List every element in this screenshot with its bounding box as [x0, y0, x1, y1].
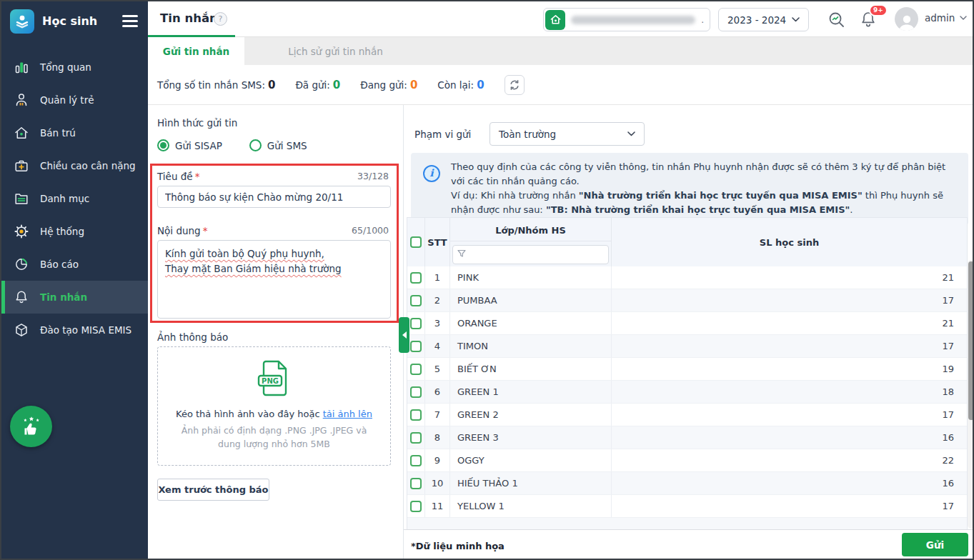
house-icon [13, 124, 30, 141]
row-student-count: 22 [612, 449, 967, 471]
png-file-icon: PNG [158, 359, 390, 401]
radio-gui-sms[interactable]: Gửi SMS [249, 139, 307, 151]
sidebar-item-chieu-cao-can-nang[interactable]: Chiều cao cân nặng [1, 149, 148, 182]
bar-chart-icon [13, 59, 30, 76]
scope-value: Toàn trường [499, 129, 556, 140]
recipients-panel: Phạm vi gửi Toàn trường Theo quy định củ… [404, 105, 974, 560]
scrollbar-thumb[interactable] [968, 261, 974, 420]
class-filter [450, 241, 611, 264]
content-label: Nội dung* [157, 225, 207, 236]
row-checkbox[interactable] [410, 501, 422, 512]
table-row[interactable]: 2 PUMBAA 17 [407, 289, 967, 312]
row-class-name: GREEN 1 [450, 381, 612, 403]
row-checkbox[interactable] [410, 272, 422, 284]
dropzone-text: Kéo thả hình ảnh vào đây hoặc tải ảnh lê… [158, 409, 390, 419]
row-checkbox[interactable] [410, 478, 422, 489]
sidebar-item-label: Tổng quan [40, 61, 91, 73]
help-icon[interactable]: ? [214, 12, 227, 26]
sidebar-nav: Tổng quan Quản lý trẻ Bán trú Chiều cao … [1, 51, 148, 346]
row-stt: 8 [425, 426, 450, 449]
stat-sending: Đang gửi:0 [360, 79, 417, 91]
row-checkbox[interactable] [410, 341, 422, 352]
scope-select[interactable]: Toàn trường [490, 122, 645, 146]
table-row[interactable]: 3 ORANGE 21 [407, 312, 967, 335]
table-row[interactable]: 4 TIMON 17 [407, 335, 967, 358]
row-checkbox[interactable] [410, 295, 422, 306]
row-class-name: OGGY [450, 449, 612, 471]
sidebar-item-label: Tin nhắn [40, 291, 87, 303]
row-stt: 4 [425, 335, 450, 357]
sidebar-item-label: Danh mục [40, 193, 89, 204]
row-class-name: YELLOW 1 [450, 495, 612, 517]
select-all-checkbox[interactable] [410, 236, 422, 248]
tab-lich-su-gui-tin-nhan[interactable]: Lịch sử gửi tin nhắn [244, 37, 427, 65]
table-row[interactable]: 7 GREEN 2 17 [407, 404, 967, 426]
table-row[interactable]: 10 HIẾU THẢO 1 16 [407, 472, 967, 495]
row-student-count: 21 [612, 266, 967, 289]
sidebar-item-quan-ly-tre[interactable]: Quản lý trẻ [1, 84, 148, 116]
row-class-name: HIẾU THẢO 1 [450, 472, 612, 494]
row-class-name: GREEN 2 [450, 404, 612, 426]
row-student-count: 21 [612, 312, 967, 334]
column-class: Lớp/Nhóm HS [450, 218, 612, 266]
school-selector[interactable]: . [543, 8, 710, 31]
radio-gui-sisap[interactable]: Gửi SISAP [157, 139, 222, 151]
notifications-bell-icon[interactable]: 9+ [859, 10, 878, 31]
table-row[interactable]: 11 YELLOW 1 17 [407, 495, 967, 518]
table-row[interactable]: 5 BIẾT ƠN 19 [407, 358, 967, 381]
sms-stats-row: Tổng số tin nhắn SMS:0 Đã gửi:0 Đang gửi… [148, 65, 974, 105]
image-label: Ảnh thông báo [157, 331, 228, 343]
row-stt: 3 [425, 312, 450, 334]
table-row[interactable]: 6 GREEN 1 18 [407, 381, 967, 404]
cube-icon [13, 321, 30, 339]
table-row[interactable]: 8 GREEN 3 16 [407, 426, 967, 449]
sidebar-item-ban-tru[interactable]: Bán trú [1, 116, 148, 149]
sidebar-item-he-thong[interactable]: Hệ thống [1, 215, 148, 248]
table-row[interactable]: 1 PINK 21 [407, 266, 967, 289]
row-stt: 10 [425, 472, 450, 494]
stat-sent: Đã gửi:0 [295, 79, 340, 91]
preview-button[interactable]: Xem trước thông báo [157, 479, 269, 501]
image-dropzone[interactable]: PNG Kéo thả hình ảnh vào đây hoặc tải ản… [157, 346, 391, 466]
school-name-redacted [571, 16, 695, 24]
sidebar-item-tin-nhan[interactable]: Tin nhắn [1, 281, 148, 314]
user-menu[interactable]: admin [925, 12, 967, 24]
radio-selected-icon [157, 139, 169, 151]
tab-gui-tin-nhan[interactable]: Gửi tin nhắn [148, 37, 244, 65]
sidebar-item-dao-tao-misa-emis[interactable]: Đào tạo MISA EMIS [1, 314, 148, 346]
feedback-button[interactable] [10, 406, 52, 447]
row-checkbox[interactable] [410, 386, 422, 398]
row-checkbox[interactable] [410, 318, 422, 329]
search-insights-icon[interactable] [827, 10, 847, 33]
row-stt: 6 [425, 381, 450, 403]
upload-link[interactable]: tải ảnh lên [323, 409, 372, 419]
row-student-count: 18 [612, 381, 967, 403]
table-scrollbar[interactable] [968, 260, 974, 529]
title-input[interactable] [157, 186, 391, 208]
class-filter-input[interactable] [452, 245, 609, 264]
refresh-icon [509, 79, 520, 91]
row-checkbox[interactable] [410, 455, 422, 466]
avatar[interactable] [895, 7, 918, 31]
collapse-panel-handle[interactable] [399, 317, 409, 353]
sidebar-item-tong-quan[interactable]: Tổng quan [1, 51, 148, 84]
refresh-button[interactable] [505, 75, 525, 95]
content-textarea[interactable]: Kính gửi toàn bộ Quý phụ huynh, Thay mặt… [157, 240, 391, 319]
row-checkbox[interactable] [410, 409, 422, 421]
main-area: Tin nhắn ? . 2023 - 2024 9+ [148, 1, 974, 559]
table-body: 1 PINK 21 2 PUMBAA 17 [407, 266, 967, 518]
sidebar-item-bao-cao[interactable]: Báo cáo [1, 248, 148, 281]
row-checkbox[interactable] [410, 364, 422, 375]
class-table: STT Lớp/Nhóm HS SL học sinh [407, 217, 968, 530]
sidebar-item-label: Bán trú [40, 127, 76, 139]
row-stt: 7 [425, 404, 450, 426]
menu-toggle-icon[interactable] [122, 12, 138, 30]
sidebar-item-danh-muc[interactable]: Danh mục [1, 182, 148, 215]
table-row[interactable]: 9 OGGY 22 [407, 449, 967, 472]
home-icon [545, 10, 565, 30]
compose-panel: Hình thức gửi tin Gửi SISAP Gửi SMS Tiêu… [148, 105, 404, 560]
sms-info-box: Theo quy định của các công ty viễn thông… [411, 153, 968, 225]
row-checkbox[interactable] [410, 432, 422, 444]
school-year-select[interactable]: 2023 - 2024 [718, 8, 809, 31]
send-button[interactable]: Gửi [902, 533, 968, 556]
